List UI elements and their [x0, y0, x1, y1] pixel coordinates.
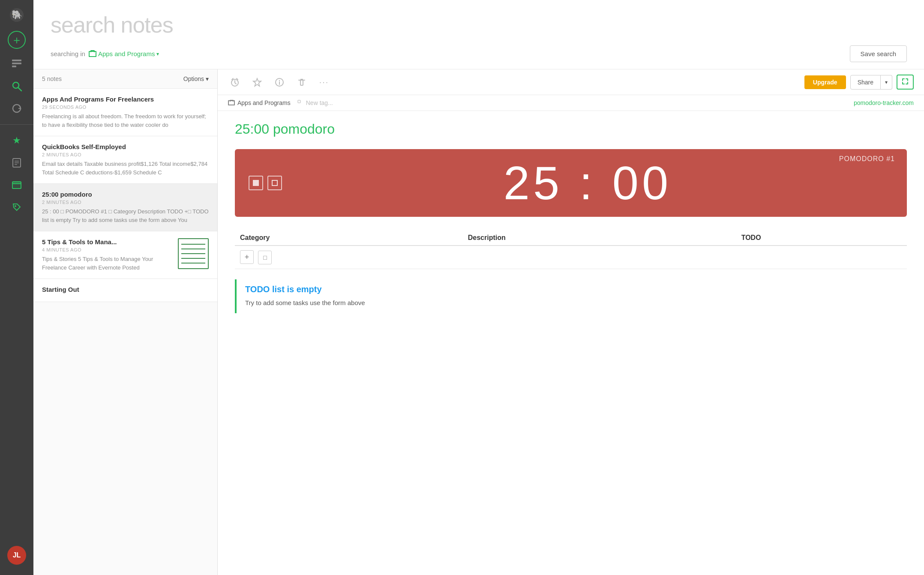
svg-marker-20	[253, 78, 261, 86]
svg-rect-4	[12, 66, 16, 67]
searching-in: searching in Apps and Programs ▾	[51, 50, 159, 57]
note-time: 2 MINUTES AGO	[42, 152, 209, 157]
search-nav-icon[interactable]	[7, 76, 27, 96]
star-icon[interactable]	[250, 75, 264, 89]
table-header-description: Description	[463, 231, 736, 246]
note-preview: Email tax details Taxable business profi…	[42, 160, 209, 177]
notebooks-icon[interactable]	[7, 175, 27, 195]
chevron-down-icon: ▾	[156, 51, 159, 57]
share-dropdown-button[interactable]: ▾	[881, 75, 892, 90]
tag-input[interactable]: New tag...	[297, 99, 333, 106]
notebook-meta-icon	[228, 100, 235, 105]
note-time: 2 MINUTES AGO	[42, 200, 209, 205]
add-row-button[interactable]: +	[240, 250, 254, 264]
detail-toolbar: ··· Upgrade Share ▾	[218, 69, 924, 95]
table-action-row: + □	[235, 246, 907, 269]
save-search-button[interactable]: Save search	[850, 45, 907, 62]
pomodoro-pause-button[interactable]	[267, 176, 282, 190]
svg-rect-3	[12, 63, 21, 64]
note-preview: Tips & Stories 5 Tips & Tools to Manage …	[42, 255, 173, 272]
header: search notes searching in Apps and Progr…	[33, 0, 924, 69]
note-title: Apps And Programs For Freelancers	[42, 96, 209, 103]
note-title: QuickBooks Self-Employed	[42, 143, 209, 150]
notebook-meta[interactable]: Apps and Programs	[228, 99, 291, 106]
share-button[interactable]: Share	[850, 75, 881, 90]
trash-icon[interactable]	[295, 75, 309, 89]
notes-panel-header: 5 notes Options ▾	[33, 69, 217, 89]
pomodoro-timer: 25 : 00	[504, 159, 672, 207]
svg-line-6	[18, 87, 21, 91]
pomodoro-controls	[249, 176, 282, 190]
note-thumbnail	[178, 238, 209, 269]
note-item[interactable]: 5 Tips & Tools to Mana... 4 MINUTES AGO …	[33, 231, 217, 279]
note-preview: 25 : 00 □ POMODORO #1 □ Category Descrip…	[42, 207, 209, 224]
svg-rect-2	[12, 60, 21, 61]
table-header-category: Category	[235, 231, 463, 246]
check-button[interactable]: □	[258, 251, 272, 264]
todo-empty-body: Try to add some tasks use the form above	[245, 298, 898, 308]
upgrade-button[interactable]: Upgrade	[804, 75, 846, 89]
todo-table: Category Description TODO + □	[235, 231, 907, 269]
sync-icon[interactable]	[7, 99, 27, 118]
stop-icon	[253, 180, 259, 186]
note-time: 4 MINUTES AGO	[42, 247, 173, 252]
note-item[interactable]: Apps And Programs For Freelancers 29 SEC…	[33, 89, 217, 136]
detail-content: 25:00 pomodoro POMODORO #1 25 : 00	[218, 111, 924, 575]
svg-text:🐘: 🐘	[12, 9, 22, 20]
expand-button[interactable]	[897, 75, 914, 90]
content-row: 5 notes Options ▾ Apps And Programs For …	[33, 69, 924, 575]
note-item[interactable]: Starting Out	[33, 279, 217, 302]
tags-icon[interactable]	[7, 198, 27, 217]
sidebar: 🐘 ＋ ★	[0, 0, 33, 575]
searching-in-label: searching in	[51, 50, 85, 57]
note-item-selected[interactable]: 25:00 pomodoro 2 MINUTES AGO 25 : 00 □ P…	[33, 184, 217, 231]
note-item[interactable]: QuickBooks Self-Employed 2 MINUTES AGO E…	[33, 136, 217, 184]
more-icon[interactable]: ···	[317, 75, 331, 89]
evernote-logo[interactable]: 🐘	[7, 5, 27, 25]
main-area: search notes searching in Apps and Progr…	[33, 0, 924, 575]
note-title: 25:00 pomodoro	[42, 191, 209, 198]
pomodoro-box: POMODORO #1 25 : 00	[235, 149, 907, 217]
pomodoro-stop-button[interactable]	[249, 176, 263, 190]
detail-panel: ··· Upgrade Share ▾	[218, 69, 924, 575]
shortcuts-icon[interactable]	[7, 54, 27, 74]
svg-line-17	[235, 83, 236, 84]
notes-list: Apps And Programs For Freelancers 29 SEC…	[33, 89, 217, 575]
svg-rect-24	[298, 100, 300, 103]
svg-point-14	[15, 205, 16, 207]
detail-meta: Apps and Programs New tag... pomodoro-tr…	[218, 95, 924, 111]
search-context: searching in Apps and Programs ▾ Save se…	[51, 45, 907, 62]
note-title: Starting Out	[42, 286, 209, 293]
starred-icon[interactable]: ★	[7, 131, 27, 150]
toolbar-left: ···	[228, 75, 331, 89]
source-url[interactable]: pomodoro-tracker.com	[854, 99, 914, 106]
user-avatar[interactable]: JL	[7, 546, 26, 565]
info-icon[interactable]	[273, 75, 286, 89]
notebook-icon	[89, 51, 96, 57]
add-button[interactable]: ＋	[8, 31, 26, 49]
svg-point-23	[279, 80, 280, 81]
note-preview: Freelancing is all about freedom. The fr…	[42, 112, 209, 129]
pomodoro-number-label: POMODORO #1	[839, 155, 895, 163]
notes-panel: 5 notes Options ▾ Apps And Programs For …	[33, 69, 218, 575]
notes-icon[interactable]	[7, 153, 27, 173]
table-header-todo: TODO	[736, 231, 907, 246]
search-title: search notes	[51, 12, 907, 38]
note-time: 29 SECONDS AGO	[42, 105, 209, 110]
notes-count: 5 notes	[42, 75, 62, 82]
notebook-filter[interactable]: Apps and Programs ▾	[89, 50, 159, 57]
todo-quote-block: TODO list is empty Try to add some tasks…	[235, 279, 907, 313]
note-title: 5 Tips & Tools to Mana...	[42, 238, 173, 246]
options-button[interactable]: Options ▾	[183, 75, 209, 82]
pause-icon	[272, 180, 278, 186]
todo-empty-title: TODO list is empty	[245, 285, 898, 294]
alarm-icon[interactable]	[228, 75, 242, 89]
note-heading: 25:00 pomodoro	[235, 121, 907, 137]
toolbar-right: Upgrade Share ▾	[804, 75, 914, 90]
share-button-group: Share ▾	[850, 75, 892, 90]
options-chevron-icon: ▾	[206, 75, 209, 82]
